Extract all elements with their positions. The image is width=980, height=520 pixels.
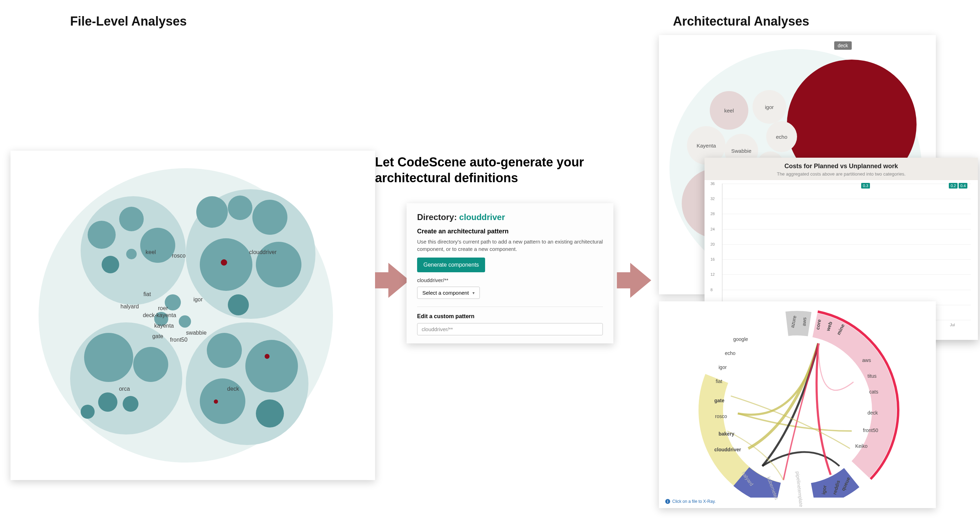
pack-node xyxy=(196,196,228,228)
create-pattern-desc: Use this directory's current path to add… xyxy=(417,238,603,253)
chord-label: clouddriver xyxy=(714,447,741,452)
pack-node xyxy=(140,228,175,263)
chord-label: Keiko xyxy=(855,443,867,449)
pack-node xyxy=(228,294,249,315)
pack-label: halyard xyxy=(121,304,139,310)
chord-label: fiat xyxy=(716,378,722,384)
y-tick: 36 xyxy=(711,181,715,186)
pack-node xyxy=(179,315,191,328)
heading-file-level: File-Level Analyses xyxy=(70,14,187,29)
chord-label: bakery xyxy=(719,431,734,437)
hotspot-dot xyxy=(265,354,269,359)
pack-label: deck xyxy=(227,386,239,392)
hotspot-dot xyxy=(214,399,218,404)
pack-label: igor xyxy=(194,296,203,303)
chart-badge: 0.3 xyxy=(861,183,870,189)
grid-line xyxy=(722,244,971,245)
pack-node xyxy=(252,200,287,235)
pack-label: orca xyxy=(119,386,130,392)
edit-pattern-title: Edit a custom pattern xyxy=(417,313,603,320)
heading-architectural: Architectural Analyses xyxy=(673,14,809,29)
xray-hint: i Click on a file to X-Ray. xyxy=(665,499,716,504)
arch-bubble-echo: echo xyxy=(766,121,797,152)
pack-node xyxy=(123,396,138,412)
mid-heading: Let CodeScene auto-generate your archite… xyxy=(375,154,641,186)
chord-link xyxy=(748,343,818,448)
info-icon: i xyxy=(665,499,670,504)
pack-node xyxy=(102,256,119,274)
chord-label: igor xyxy=(719,364,727,370)
pack-node xyxy=(207,333,242,368)
chord-label: google xyxy=(733,336,748,342)
pack-label: keel xyxy=(145,249,156,256)
pack-node xyxy=(98,393,118,412)
chord-label: gate xyxy=(714,398,724,403)
pack-node xyxy=(200,378,245,424)
hotspot-dot xyxy=(221,259,227,266)
directory-line: Directory: clouddriver xyxy=(417,212,603,222)
directory-prefix: Directory: xyxy=(417,212,459,222)
pack-group-keel xyxy=(81,196,186,305)
pack-label: gate xyxy=(152,333,163,340)
grid-line xyxy=(722,229,971,229)
arch-bubble-igor: igor xyxy=(752,90,786,124)
pack-node xyxy=(228,196,252,220)
grid-line xyxy=(722,184,971,184)
pack-node xyxy=(133,347,168,382)
grid-line xyxy=(722,259,971,260)
y-tick: 8 xyxy=(711,288,713,292)
pack-node xyxy=(81,405,95,419)
pack-node xyxy=(245,340,298,393)
pack-node xyxy=(200,238,252,291)
pack-label: deck-kayenta xyxy=(143,312,176,318)
chart-badge: 0.4 xyxy=(959,183,967,189)
divider xyxy=(417,307,603,307)
xray-hint-text: Click on a file to X-Ray. xyxy=(672,499,716,504)
chord-label: aws xyxy=(862,358,871,363)
grid-line xyxy=(722,290,971,290)
chart-subtitle: The aggregated costs above are partition… xyxy=(711,171,971,177)
custom-pattern-input[interactable]: clouddriver/** xyxy=(417,323,603,336)
create-pattern-title: Create an architectural pattern xyxy=(417,228,603,235)
pack-label: fiat xyxy=(143,291,151,297)
chart-badge: 0.2 xyxy=(949,183,958,189)
grid-line xyxy=(722,214,971,214)
y-tick: 16 xyxy=(711,257,715,261)
generate-components-button[interactable]: Generate components xyxy=(417,258,485,272)
chord-label: rosco xyxy=(715,413,727,419)
pack-label: rosco xyxy=(172,253,185,259)
hover-tag: deck xyxy=(834,41,852,50)
chart-grid: 04812162024283236Oct2019AprJulOct2020Apr… xyxy=(722,184,971,320)
arch-bubble-keel: keel xyxy=(710,91,748,130)
pack-label: kayenta xyxy=(154,323,174,329)
y-tick: 28 xyxy=(711,211,715,216)
file-level-panel: clouddriver keel rosco halyard fiat roer… xyxy=(11,151,375,480)
y-tick: 32 xyxy=(711,197,715,201)
pack-node xyxy=(256,399,284,428)
y-tick: 24 xyxy=(711,227,715,231)
grid-line xyxy=(722,199,971,199)
chord-label: cats xyxy=(869,389,878,394)
pack-node xyxy=(84,333,133,382)
pack-group-deck xyxy=(186,322,309,445)
chord-root: azure aws google echo igor fiat gate ros… xyxy=(673,309,922,498)
pack-group-orca xyxy=(70,322,182,434)
pack-node xyxy=(88,221,116,249)
y-tick: 12 xyxy=(711,272,715,277)
pack-label: roer xyxy=(158,305,168,312)
pack-label: swabbie xyxy=(186,330,207,336)
select-placeholder: Select a component xyxy=(422,290,469,296)
generate-components-panel: Directory: clouddriver Create an archite… xyxy=(407,203,613,343)
pack-node xyxy=(126,249,137,259)
chord-label: deck xyxy=(867,410,878,415)
pack-label: clouddriver xyxy=(249,249,277,256)
circle-pack-root: clouddriver keel rosco halyard fiat roer… xyxy=(38,168,333,463)
select-component-dropdown[interactable]: Select a component ▾ xyxy=(417,287,480,299)
pack-node xyxy=(256,242,301,287)
chord-label: echo xyxy=(725,350,735,356)
chevron-down-icon: ▾ xyxy=(473,291,474,296)
grid-line xyxy=(722,274,971,275)
directory-name: clouddriver xyxy=(459,212,505,222)
chord-svg xyxy=(673,309,922,498)
chord-label: titus xyxy=(867,373,877,379)
